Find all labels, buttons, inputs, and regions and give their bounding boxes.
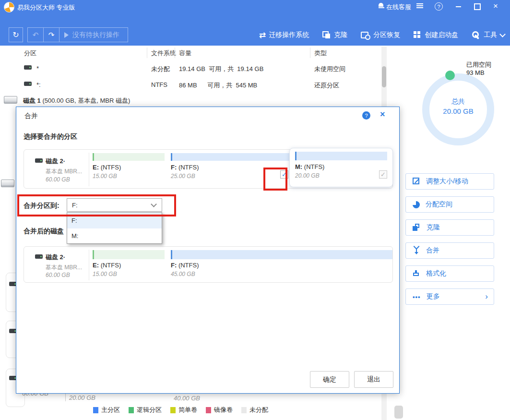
- table-row[interactable]: *: NTFS 86 MB 可用，共 545 MB 还原分区: [0, 77, 381, 93]
- clone-button[interactable]: 克隆: [405, 219, 494, 236]
- source-disk-name: 磁盘 2·: [46, 157, 65, 166]
- card-divider: [89, 153, 89, 186]
- col-header-capacity[interactable]: 容量: [179, 49, 191, 58]
- result-bar-f: [171, 250, 392, 259]
- partition-type: 未使用空间: [314, 65, 345, 73]
- help-icon[interactable]: ?: [435, 2, 443, 11]
- result-f-label: F:: [171, 262, 177, 269]
- clone-icon: [413, 224, 421, 231]
- partition-recovery-label: 分区恢复: [373, 31, 400, 39]
- legend-simple-swatch: [170, 407, 176, 413]
- pending-operations-label: 没有待执行操作: [72, 31, 119, 39]
- close-button[interactable]: ×: [493, 1, 498, 11]
- dropdown-option-m[interactable]: M:: [67, 228, 162, 243]
- merge-dialog: 合并 ? × 选择要合并的分区 磁盘 2· 基本盘 MBR... 60.00 G…: [16, 107, 400, 394]
- partition-fs: 未分配: [151, 65, 170, 73]
- col-header-filesystem[interactable]: 文件系统: [151, 49, 176, 58]
- header-divider: [147, 48, 147, 58]
- more-button[interactable]: ••• 更多 ›: [405, 288, 494, 305]
- scale-tick: [65, 394, 66, 401]
- legend-primary-label: 主分区: [101, 406, 120, 414]
- source-disk-sub: 基本盘 MBR...: [46, 168, 82, 176]
- disk-group-row[interactable]: 磁盘 1 (500.00 GB, 基本盘, MBR 磁盘): [0, 94, 381, 107]
- legend-logical-swatch: [129, 407, 134, 413]
- merge-button[interactable]: 合并: [405, 242, 494, 259]
- legend-simple-label: 简单卷: [178, 406, 197, 414]
- clone-icon: [322, 31, 331, 39]
- redo-button[interactable]: ↷: [44, 28, 59, 42]
- legend: 主分区 逻辑分区 简单卷 镜像卷 未分配: [93, 406, 299, 414]
- result-disk-card: 磁盘 2· 基本盘 MBR... 60.00 GB E: (NTFS) 15.0…: [24, 246, 393, 283]
- header-divider: [310, 48, 310, 58]
- operation-list-icon[interactable]: [416, 3, 423, 9]
- maximize-button[interactable]: [474, 3, 481, 10]
- dialog-help-icon[interactable]: ?: [362, 111, 370, 120]
- legend-mirror-swatch: [206, 407, 211, 413]
- migrate-os-label: 迁移操作系统: [269, 31, 309, 39]
- disk-icon: [1, 180, 14, 187]
- dialog-close-icon[interactable]: ×: [380, 109, 385, 120]
- minimize-button[interactable]: [456, 6, 461, 7]
- resize-move-icon: [413, 178, 420, 185]
- dialog-section-result: 合并后的磁盘: [24, 227, 64, 236]
- scale-tick-label: 20.00 GB: [69, 394, 95, 401]
- refresh-button[interactable]: ↻: [9, 27, 23, 42]
- main-toolbar: ⇄ 迁移操作系统 克隆 分区恢复 创建启动盘: [259, 28, 506, 42]
- tools-menu-button[interactable]: 工具: [472, 31, 505, 39]
- partition-name: *:: [36, 81, 41, 88]
- format-button[interactable]: 格式化: [405, 265, 494, 282]
- migrate-os-button[interactable]: ⇄ 迁移操作系统: [259, 30, 309, 40]
- disk-info: (500.00 GB, 基本盘, MBR 磁盘): [42, 97, 130, 104]
- merge-icon: [413, 247, 420, 254]
- create-bootable-media-button[interactable]: 创建启动盘: [414, 31, 458, 39]
- exit-button[interactable]: 退出: [354, 371, 393, 388]
- undo-icon: ↶: [33, 31, 39, 39]
- legend-primary-swatch: [93, 407, 98, 413]
- result-f-size: 45.00 GB: [171, 271, 195, 277]
- partition-bar-e[interactable]: [93, 153, 165, 161]
- partition-f-size: 25.00 GB: [171, 173, 195, 180]
- partition-bar-f[interactable]: [171, 153, 293, 161]
- partition-recovery-button[interactable]: 分区恢复: [361, 31, 400, 39]
- allocate-space-button[interactable]: 分配空间: [405, 196, 494, 213]
- card-divider: [89, 250, 89, 280]
- chevron-down-icon: [499, 31, 506, 37]
- result-e-size: 15.00 GB: [93, 271, 117, 277]
- partition-name: *: [36, 65, 39, 72]
- clone-toolbar-button[interactable]: 克隆: [322, 31, 347, 39]
- app-logo-icon: [4, 2, 14, 12]
- undo-button[interactable]: ↶: [28, 28, 44, 42]
- legend-mirror-label: 镜像卷: [214, 406, 233, 414]
- execute-operations-button[interactable]: 没有待执行操作: [59, 31, 128, 39]
- annotation-red-box-merge-to: [17, 194, 176, 216]
- partition-f-fs: (NTFS): [178, 164, 199, 171]
- partition-m-checkbox[interactable]: ✓: [379, 170, 387, 179]
- partition-m-card[interactable]: M: (NTFS) 20.00 GB ✓: [289, 148, 393, 187]
- online-service-button[interactable]: 在线客服: [386, 3, 411, 12]
- bootable-media-icon: [414, 31, 421, 39]
- disk-icon: [4, 96, 17, 104]
- vertical-scrollbar-thumb[interactable]: [382, 66, 386, 87]
- resize-move-label: 调整大小/移动: [426, 177, 468, 186]
- window-title: 易我分区大师 专业版: [17, 3, 75, 12]
- annotation-red-box-checkbox: [263, 168, 287, 191]
- allocate-space-label: 分配空间: [426, 200, 452, 209]
- partition-bar-m[interactable]: [295, 152, 387, 160]
- col-header-partition[interactable]: 分区: [24, 49, 36, 58]
- play-icon: [64, 32, 69, 38]
- col-header-type[interactable]: 类型: [314, 49, 327, 58]
- clone-label: 克隆: [427, 223, 440, 232]
- chevron-right-icon: ›: [485, 292, 488, 301]
- allocate-space-icon: [413, 201, 420, 208]
- partition-type: 还原分区: [314, 81, 339, 90]
- migrate-os-icon: ⇄: [259, 30, 266, 40]
- table-row[interactable]: * 未分配 19.14 GB 可用，共 19.14 GB 未使用空间: [0, 61, 381, 76]
- legend-unallocated-label: 未分配: [249, 406, 268, 414]
- resize-move-button[interactable]: 调整大小/移动: [405, 173, 494, 190]
- partition-icon: [24, 65, 32, 70]
- used-space-label: 已用空间: [466, 60, 491, 69]
- scrollbar-thumb[interactable]: [394, 406, 403, 419]
- partition-m-label: M:: [295, 163, 302, 170]
- pending-operations-group: ↶ ↷ 没有待执行操作: [27, 27, 128, 42]
- ok-button[interactable]: 确定: [310, 371, 349, 388]
